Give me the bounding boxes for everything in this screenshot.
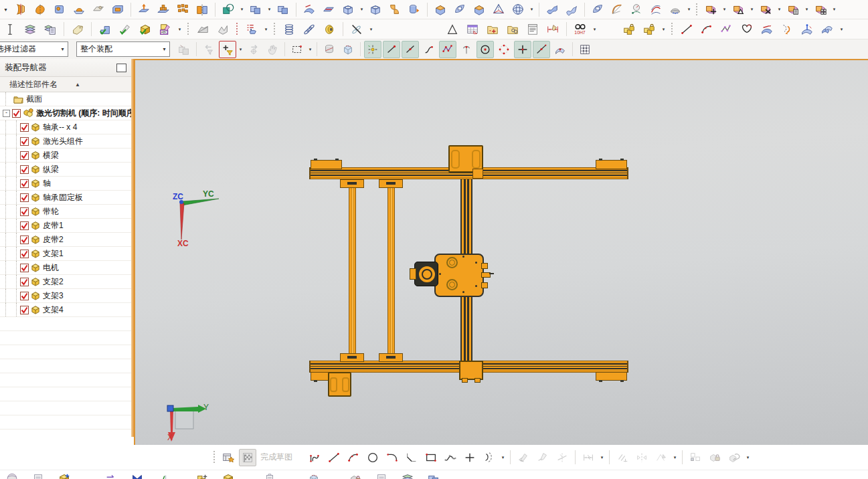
- mirror-feature-icon[interactable]: [193, 1, 211, 18]
- add-part-icon[interactable]: [484, 21, 501, 38]
- dropdown-caret[interactable]: ▾: [238, 47, 244, 52]
- snap-endpoint-icon[interactable]: [383, 41, 400, 58]
- sketch-circle-icon[interactable]: [364, 449, 381, 466]
- carriage-tab[interactable]: [481, 282, 488, 288]
- visibility-checkbox[interactable]: [20, 151, 29, 160]
- wcs-triad[interactable]: [162, 191, 226, 248]
- tree-item[interactable]: 激光头组件: [0, 134, 131, 149]
- laser-head-carriage[interactable]: [434, 254, 484, 297]
- tree-item[interactable]: 支架3: [0, 289, 131, 303]
- dropdown-caret[interactable]: ▾: [661, 27, 667, 32]
- open-parts-icon[interactable]: [504, 21, 521, 38]
- dropdown-caret[interactable]: ▾: [177, 27, 183, 32]
- pattern-curve-icon[interactable]: [687, 449, 704, 466]
- intersection-curve-icon[interactable]: [818, 21, 836, 38]
- tolerance-search-icon[interactable]: 10H7: [572, 21, 589, 38]
- tree-item[interactable]: 电机: [0, 261, 131, 275]
- quick-extend-icon[interactable]: [534, 449, 551, 466]
- carriage-tab[interactable]: [481, 263, 488, 269]
- rapid-dimension-icon[interactable]: [580, 449, 597, 466]
- dropdown-caret[interactable]: ▾: [592, 27, 598, 32]
- new-component-icon[interactable]: [193, 470, 211, 479]
- display-constraints-icon[interactable]: [653, 449, 670, 466]
- delete-spring-icon[interactable]: [348, 21, 365, 38]
- bend-icon[interactable]: [386, 1, 404, 18]
- dropdown-caret[interactable]: ▾: [804, 7, 810, 12]
- toolbar-drag-handle[interactable]: [213, 450, 216, 464]
- dropdown-caret[interactable]: ▾: [500, 455, 506, 460]
- component-icon[interactable]: [220, 470, 237, 479]
- sketch-task-icon[interactable]: [220, 449, 237, 466]
- offset-surface-icon[interactable]: [470, 1, 488, 18]
- clip-icon[interactable]: [261, 470, 278, 479]
- through-curves-icon[interactable]: [563, 1, 580, 18]
- trim-body-icon[interactable]: [12, 1, 29, 18]
- column-header[interactable]: 描述性部件名 ▲: [0, 77, 131, 92]
- tree-item[interactable]: 带轮: [0, 205, 131, 219]
- fixing-plate[interactable]: [596, 372, 627, 381]
- toolbar-drag-handle[interactable]: [695, 3, 699, 17]
- shell-icon[interactable]: [339, 1, 357, 18]
- part-family-table-icon[interactable]: [464, 21, 481, 38]
- snap-point-on-line-icon[interactable]: [533, 41, 550, 58]
- dropdown-caret[interactable]: ▾: [686, 7, 692, 12]
- wrap-icon[interactable]: [406, 1, 423, 18]
- section-curve-icon[interactable]: [798, 21, 816, 38]
- dropdown-caret[interactable]: ▾: [839, 27, 845, 32]
- dropdown-caret[interactable]: ▾: [745, 455, 751, 460]
- tree-item[interactable]: 截面: [0, 92, 131, 106]
- check-solid-icon[interactable]: [137, 21, 154, 38]
- box-icon[interactable]: [432, 1, 449, 18]
- selection-scope-combo[interactable]: 整个装配 ▾: [76, 41, 170, 57]
- remember-constraints-icon[interactable]: [640, 21, 658, 38]
- pattern-face-icon[interactable]: [812, 1, 829, 18]
- solid-body-filter-icon[interactable]: [339, 41, 357, 58]
- line-icon[interactable]: [678, 21, 695, 38]
- profile-icon[interactable]: [306, 449, 323, 466]
- bearing-bracket[interactable]: [340, 353, 364, 362]
- layer-settings-icon[interactable]: [21, 21, 39, 38]
- bearing-bracket[interactable]: [379, 353, 403, 362]
- studio-spline-icon[interactable]: [718, 21, 735, 38]
- combined-projection-icon[interactable]: [778, 21, 796, 38]
- rectangle-select-icon[interactable]: [288, 41, 306, 58]
- face-blend-icon[interactable]: [667, 1, 684, 18]
- hole-icon[interactable]: [51, 1, 68, 18]
- notes-icon[interactable]: [524, 21, 541, 38]
- visibility-checkbox[interactable]: [20, 221, 29, 230]
- chevron-down-icon[interactable]: ▾: [159, 42, 169, 56]
- tree-item[interactable]: 轴承固定板: [0, 191, 131, 205]
- overflow-dropdown[interactable]: ▾: [1, 7, 10, 13]
- assembly-constraint-icon[interactable]: [155, 470, 172, 479]
- corner-connector-bottom[interactable]: [459, 361, 483, 380]
- profile-curve-icon[interactable]: [738, 21, 756, 38]
- snap-arc-center-icon[interactable]: [476, 41, 494, 58]
- cut-section-icon[interactable]: [1, 21, 19, 38]
- tree-item[interactable]: 皮带1: [0, 219, 131, 233]
- wave-geometry-icon[interactable]: [347, 470, 364, 479]
- tree-item[interactable]: 轴: [0, 177, 131, 191]
- curvature-analysis-icon[interactable]: [214, 21, 232, 38]
- draft-analysis-icon[interactable]: [194, 21, 211, 38]
- visibility-checkbox[interactable]: [20, 292, 29, 300]
- flow-analysis-icon[interactable]: [647, 1, 665, 18]
- move-face-icon[interactable]: [702, 1, 719, 18]
- visibility-checkbox[interactable]: [20, 235, 29, 244]
- chamfer-icon[interactable]: [403, 449, 420, 466]
- bearing-bracket[interactable]: [379, 179, 403, 188]
- snap-circle-icon[interactable]: [495, 41, 513, 58]
- datum-sheet-icon[interactable]: [90, 1, 107, 18]
- tree-item[interactable]: 横梁: [0, 149, 131, 163]
- fixing-plate[interactable]: [311, 160, 342, 169]
- delete-face-icon[interactable]: [757, 1, 774, 18]
- general-object-icon[interactable]: [321, 41, 338, 58]
- bearing-bracket[interactable]: [340, 179, 364, 188]
- visibility-checkbox[interactable]: [20, 306, 29, 314]
- snap-pole-icon[interactable]: [439, 41, 456, 58]
- extrude-icon[interactable]: [135, 1, 153, 18]
- chevron-down-icon[interactable]: ▾: [58, 42, 68, 56]
- make-corner-icon[interactable]: [553, 449, 571, 466]
- boss-icon[interactable]: [70, 1, 88, 18]
- spring-coil-icon[interactable]: [280, 21, 298, 38]
- snap-point-on-curve-icon[interactable]: [420, 41, 438, 58]
